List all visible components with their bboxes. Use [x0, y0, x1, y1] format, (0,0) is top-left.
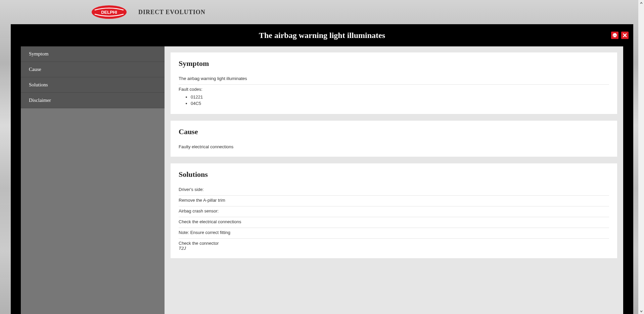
sidebar-item-symptom[interactable]: Symptom	[21, 46, 165, 62]
svg-rect-1	[613, 33, 616, 34]
solution-line: Driver's side:	[179, 185, 609, 196]
brand-logo-text: DELPHI	[101, 10, 117, 15]
close-button[interactable]	[621, 32, 629, 39]
section-cause: Cause Faulty electrical connections	[171, 121, 617, 157]
sidebar-fill	[21, 108, 165, 314]
print-button[interactable]	[611, 32, 618, 39]
title-actions	[611, 32, 629, 39]
section-symptom: Symptom The airbag warning light illumin…	[171, 52, 617, 114]
main-container: The airbag warning light illuminates Sym…	[11, 24, 633, 314]
solution-line: Remove the A-pillar trim	[179, 196, 609, 206]
solution-sub: T2J	[179, 246, 186, 251]
solution-line: Check the electrical connections	[179, 217, 609, 228]
sidebar-item-label: Disclaimer	[29, 97, 51, 103]
fault-code-item: 04C5	[191, 100, 609, 107]
main-content[interactable]: Symptom The airbag warning light illumin…	[165, 46, 623, 314]
sidebar: Symptom Cause Solutions Disclaimer	[21, 46, 165, 314]
fault-code-item: 01221	[191, 94, 609, 100]
titlebar: The airbag warning light illuminates	[11, 24, 633, 46]
sidebar-item-label: Solutions	[29, 82, 48, 87]
fault-codes-label: Fault codes:	[179, 87, 609, 94]
symptom-description: The airbag warning light illuminates	[179, 74, 609, 85]
page-title: The airbag warning light illuminates	[259, 31, 385, 40]
app-header: DELPHI DIRECT EVOLUTION	[0, 0, 644, 24]
brand-tagline: DIRECT EVOLUTION	[138, 9, 205, 16]
brand-logo: DELPHI	[91, 4, 128, 20]
body-row: Symptom Cause Solutions Disclaimer Sympt…	[11, 46, 633, 314]
sidebar-item-disclaimer[interactable]: Disclaimer	[21, 93, 165, 108]
chevron-up-icon	[640, 2, 643, 4]
solution-text: Check the connector	[179, 241, 219, 246]
section-heading: Solutions	[179, 170, 609, 179]
cause-text: Faulty electrical connections	[179, 142, 609, 153]
sidebar-item-label: Symptom	[29, 51, 48, 56]
sidebar-item-cause[interactable]: Cause	[21, 62, 165, 77]
chevron-down-icon	[640, 310, 643, 313]
svg-rect-3	[613, 36, 616, 37]
sidebar-item-solutions[interactable]: Solutions	[21, 77, 165, 93]
page-scrollbar[interactable]	[638, 0, 644, 314]
solution-line: Airbag crash sensor:	[179, 206, 609, 217]
section-heading: Cause	[179, 127, 609, 136]
section-solutions: Solutions Driver's side: Remove the A-pi…	[171, 163, 617, 258]
close-icon	[623, 33, 627, 38]
fault-codes-list: 01221 04C5	[179, 94, 609, 110]
print-icon	[612, 33, 617, 38]
section-heading: Symptom	[179, 59, 609, 68]
scroll-down-arrow[interactable]	[638, 308, 644, 314]
solution-line: Check the connector T2J	[179, 239, 609, 254]
scroll-up-arrow[interactable]	[638, 0, 644, 6]
solution-line: Note: Ensure correct fitting	[179, 228, 609, 239]
sidebar-item-label: Cause	[29, 67, 41, 72]
fault-codes-block: Fault codes: 01221 04C5	[179, 85, 609, 110]
